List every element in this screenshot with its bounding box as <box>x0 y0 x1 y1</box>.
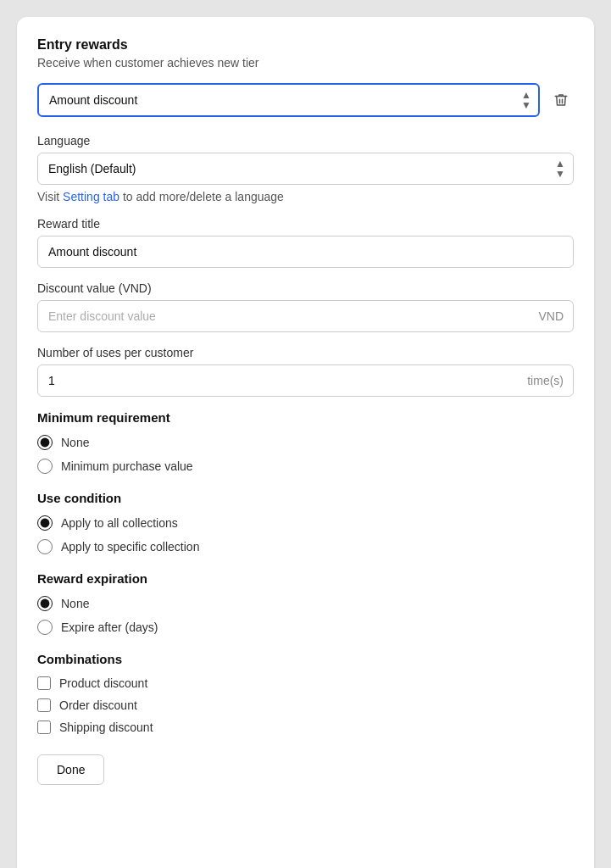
cond-all-label: Apply to all collections <box>61 516 178 530</box>
cond-specific-radio[interactable] <box>37 539 53 554</box>
exp-none-radio[interactable] <box>37 596 53 611</box>
language-hint-suffix: to add more/delete a language <box>119 190 284 203</box>
language-hint-prefix: Visit <box>37 190 63 203</box>
comb-product-checkbox[interactable] <box>37 676 51 690</box>
comb-product-label: Product discount <box>59 676 147 690</box>
reward-expiration-title: Reward expiration <box>37 571 574 586</box>
exp-after-item[interactable]: Expire after (days) <box>37 620 574 635</box>
min-purchase-label: Minimum purchase value <box>61 459 193 473</box>
combinations-checkbox-group: Product discount Order discount Shipping… <box>37 676 574 734</box>
discount-value-input[interactable] <box>37 300 574 332</box>
uses-per-customer-wrapper: time(s) <box>37 364 574 397</box>
reward-title-group: Reward title <box>37 217 574 268</box>
reward-expiration-radio-group: None Expire after (days) <box>37 596 574 635</box>
reward-expiration-section: Reward expiration None Expire after (day… <box>37 571 574 635</box>
reward-title-label: Reward title <box>37 217 574 231</box>
exp-after-label: Expire after (days) <box>61 620 158 634</box>
page-subtitle: Receive when customer achieves new tier <box>37 56 574 70</box>
reward-type-row: Amount discount Percentage discount Free… <box>37 83 574 117</box>
language-select[interactable]: English (Default) Vietnamese <box>37 153 574 185</box>
cond-all-radio[interactable] <box>37 515 53 531</box>
minimum-requirement-section: Minimum requirement None Minimum purchas… <box>37 410 574 474</box>
combinations-title: Combinations <box>37 652 574 666</box>
minimum-requirement-title: Minimum requirement <box>37 410 574 425</box>
comb-shipping-label: Shipping discount <box>59 721 153 734</box>
language-hint: Visit Setting tab to add more/delete a l… <box>37 190 574 203</box>
uses-per-customer-suffix: time(s) <box>527 374 564 387</box>
comb-shipping-checkbox[interactable] <box>37 721 51 734</box>
exp-none-item[interactable]: None <box>37 596 574 611</box>
uses-per-customer-input[interactable] <box>37 364 574 397</box>
trash-icon <box>553 92 569 108</box>
discount-value-wrapper: VND <box>37 300 574 332</box>
minimum-requirement-radio-group: None Minimum purchase value <box>37 435 574 474</box>
cond-specific-item[interactable]: Apply to specific collection <box>37 539 574 554</box>
uses-per-customer-label: Number of uses per customer <box>37 346 574 359</box>
reward-type-wrapper: Amount discount Percentage discount Free… <box>37 83 540 117</box>
min-purchase-radio[interactable] <box>37 459 53 474</box>
comb-product-item[interactable]: Product discount <box>37 676 574 690</box>
discount-value-suffix: VND <box>538 309 564 323</box>
language-select-wrapper: English (Default) Vietnamese ▲▼ <box>37 153 574 185</box>
uses-per-customer-group: Number of uses per customer time(s) <box>37 346 574 397</box>
combinations-section: Combinations Product discount Order disc… <box>37 652 574 734</box>
header-section: Entry rewards Receive when customer achi… <box>37 37 574 70</box>
exp-after-radio[interactable] <box>37 620 53 635</box>
exp-none-label: None <box>61 597 89 610</box>
comb-order-label: Order discount <box>59 698 137 712</box>
use-condition-title: Use condition <box>37 491 574 505</box>
min-none-radio[interactable] <box>37 435 53 450</box>
discount-value-group: Discount value (VND) VND <box>37 281 574 332</box>
entry-rewards-card: Entry rewards Receive when customer achi… <box>17 17 594 868</box>
reward-type-select[interactable]: Amount discount Percentage discount Free… <box>37 83 540 117</box>
language-group: Language English (Default) Vietnamese ▲▼… <box>37 134 574 203</box>
cond-specific-label: Apply to specific collection <box>61 540 199 554</box>
reward-title-input[interactable] <box>37 236 574 268</box>
language-label: Language <box>37 134 574 147</box>
use-condition-section: Use condition Apply to all collections A… <box>37 491 574 554</box>
comb-order-checkbox[interactable] <box>37 698 51 712</box>
cond-all-item[interactable]: Apply to all collections <box>37 515 574 531</box>
done-button[interactable]: Done <box>37 754 104 785</box>
min-purchase-item[interactable]: Minimum purchase value <box>37 459 574 474</box>
page-title: Entry rewards <box>37 37 574 53</box>
comb-shipping-item[interactable]: Shipping discount <box>37 721 574 734</box>
setting-tab-link[interactable]: Setting tab <box>63 190 119 203</box>
use-condition-radio-group: Apply to all collections Apply to specif… <box>37 515 574 554</box>
comb-order-item[interactable]: Order discount <box>37 698 574 712</box>
delete-reward-button[interactable] <box>548 87 574 113</box>
min-none-item[interactable]: None <box>37 435 574 450</box>
discount-value-label: Discount value (VND) <box>37 281 574 295</box>
min-none-label: None <box>61 436 89 449</box>
